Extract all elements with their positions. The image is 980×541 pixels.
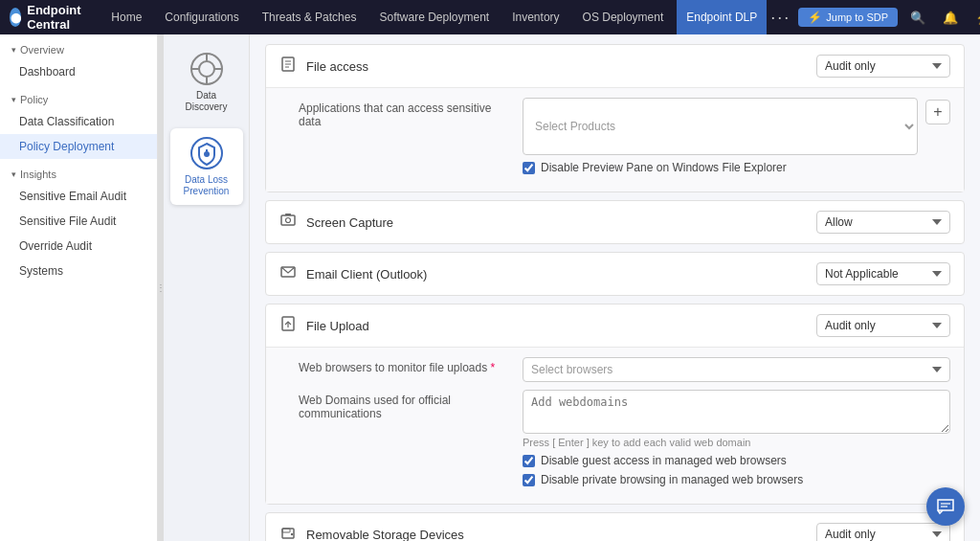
email-client-select[interactable]: Not Applicable Allow Audit only Block xyxy=(816,262,950,285)
web-browsers-row: Web browsers to monitor file uploads * S… xyxy=(299,357,950,382)
disable-guest-checkbox[interactable] xyxy=(523,455,535,467)
file-access-section: File access Audit only Allow Block Appli… xyxy=(265,44,965,192)
file-upload-sub-section: Web browsers to monitor file uploads * S… xyxy=(266,347,964,504)
file-access-header: File access Audit only Allow Block xyxy=(266,45,964,87)
add-application-button[interactable]: + xyxy=(925,100,950,124)
app-name: Endpoint Central xyxy=(27,3,88,32)
sidebar-item-sensitive-email-audit[interactable]: Sensitive Email Audit xyxy=(0,184,157,209)
web-domains-input[interactable] xyxy=(523,390,950,434)
web-domains-hint: Press [ Enter ] key to add each valid we… xyxy=(523,437,950,448)
sidebar-item-policy-deployment[interactable]: Policy Deployment xyxy=(0,134,157,159)
removable-storage-section: Removable Storage Devices Audit only All… xyxy=(265,512,965,541)
disable-preview-label: Disable Preview Pane on Windows File Exp… xyxy=(541,161,787,174)
apps-select-row: Select Products + xyxy=(523,98,950,155)
removable-storage-icon xyxy=(279,524,297,541)
lightning-icon[interactable]: ⚡ xyxy=(970,5,980,30)
top-navigation: ⬤ Endpoint Central Home Configurations T… xyxy=(0,0,980,34)
sidebar-item-systems[interactable]: Systems xyxy=(0,259,157,283)
screen-capture-select[interactable]: Allow Audit only Block xyxy=(816,211,950,234)
removable-storage-title: Removable Storage Devices xyxy=(306,528,807,542)
nav-os-deployment[interactable]: OS Deployment xyxy=(573,0,674,34)
logo-icon: ⬤ xyxy=(10,8,21,27)
applications-row: Applications that can access sensitive d… xyxy=(299,98,950,174)
data-loss-prevention-icon xyxy=(189,136,224,170)
web-browsers-label: Web browsers to monitor file uploads * xyxy=(299,357,509,374)
svg-point-14 xyxy=(286,218,291,223)
module-nav-panel: Data Discovery Data Loss Prevention xyxy=(164,34,250,541)
nav-software-deployment[interactable]: Software Deployment xyxy=(369,0,499,34)
file-upload-select[interactable]: Audit only Allow Block xyxy=(816,314,950,337)
applications-select[interactable]: Select Products xyxy=(523,98,918,155)
file-upload-title: File Upload xyxy=(306,319,807,333)
file-upload-section: File Upload Audit only Allow Block Web b… xyxy=(265,304,965,505)
sidebar-item-sensitive-file-audit[interactable]: Sensitive File Audit xyxy=(0,209,157,234)
notifications-icon[interactable]: 🔔 xyxy=(938,5,963,30)
sidebar-section-insights[interactable]: ▾ Insights xyxy=(0,159,157,184)
topnav-right-actions: ⚡ Jump to SDP 🔍 🔔 ⚡ ⊞ xyxy=(798,5,980,30)
email-client-section: Email Client (Outlook) Not Applicable Al… xyxy=(265,252,965,296)
svg-point-1 xyxy=(199,61,214,77)
jump-to-sdp-button[interactable]: ⚡ Jump to SDP xyxy=(798,8,898,27)
nav-card-data-loss-prevention[interactable]: Data Loss Prevention xyxy=(170,128,243,205)
nav-endpoint-dlp[interactable]: Endpoint DLP xyxy=(677,0,767,34)
disable-private-label: Disable private browsing in managed web … xyxy=(541,473,803,486)
file-upload-header: File Upload Audit only Allow Block xyxy=(266,304,964,347)
screen-capture-icon xyxy=(279,212,297,233)
file-access-select[interactable]: Audit only Allow Block xyxy=(816,55,950,78)
sidebar: ▾ Overview Dashboard ▾ Policy Data Class… xyxy=(0,34,158,541)
file-access-title: File access xyxy=(306,59,807,74)
nav-card-dlp-label: Data Loss Prevention xyxy=(176,174,237,197)
main-content: File access Audit only Allow Block Appli… xyxy=(250,34,980,541)
sidebar-item-dashboard[interactable]: Dashboard xyxy=(0,59,157,84)
disable-guest-label: Disable guest access in managed web brow… xyxy=(541,454,787,467)
screen-capture-header: Screen Capture Allow Audit only Block xyxy=(266,201,964,243)
app-logo: ⬤ Endpoint Central xyxy=(10,3,88,32)
email-client-icon xyxy=(279,263,297,284)
disable-preview-checkbox-row: Disable Preview Pane on Windows File Exp… xyxy=(523,161,950,174)
search-icon[interactable]: 🔍 xyxy=(905,5,930,30)
file-upload-icon xyxy=(279,315,297,336)
removable-storage-header: Removable Storage Devices Audit only All… xyxy=(266,513,964,541)
web-browsers-required: * xyxy=(491,361,496,374)
nav-threats-patches[interactable]: Threats & Patches xyxy=(253,0,367,34)
disable-preview-checkbox[interactable] xyxy=(523,162,535,174)
nav-more[interactable]: ··· xyxy=(770,8,791,28)
applications-label: Applications that can access sensitive d… xyxy=(299,98,509,128)
disable-guest-checkbox-row: Disable guest access in managed web brow… xyxy=(523,454,950,467)
sidebar-item-data-classification[interactable]: Data Classification xyxy=(0,109,157,134)
nav-card-data-discovery[interactable]: Data Discovery xyxy=(170,44,243,121)
sidebar-item-override-audit[interactable]: Override Audit xyxy=(0,234,157,259)
email-client-header: Email Client (Outlook) Not Applicable Al… xyxy=(266,253,964,295)
file-access-sub-section: Applications that can access sensitive d… xyxy=(266,87,964,192)
disable-private-checkbox-row: Disable private browsing in managed web … xyxy=(523,473,950,486)
email-client-title: Email Client (Outlook) xyxy=(306,267,807,282)
sidebar-section-overview[interactable]: ▾ Overview xyxy=(0,34,157,59)
nav-inventory[interactable]: Inventory xyxy=(502,0,568,34)
applications-control: Select Products + Disable Preview Pane o… xyxy=(523,98,950,174)
svg-point-21 xyxy=(291,533,293,535)
web-domains-control: Press [ Enter ] key to add each valid we… xyxy=(523,390,950,486)
nav-home[interactable]: Home xyxy=(101,0,151,34)
file-access-icon xyxy=(279,56,297,77)
screen-capture-section: Screen Capture Allow Audit only Block xyxy=(265,200,965,244)
disable-private-browsing-checkbox[interactable] xyxy=(523,474,535,486)
svg-rect-13 xyxy=(281,215,295,225)
svg-rect-15 xyxy=(285,214,291,215)
nav-configurations[interactable]: Configurations xyxy=(155,0,248,34)
web-browsers-select[interactable]: Select browsers xyxy=(523,357,950,382)
nav-card-data-discovery-label: Data Discovery xyxy=(176,90,237,113)
removable-storage-select[interactable]: Audit only Allow Block xyxy=(816,523,950,541)
web-domains-label: Web Domains used for official communicat… xyxy=(299,390,509,420)
chat-fab-button[interactable] xyxy=(926,487,965,526)
web-browsers-control: Select browsers xyxy=(523,357,950,382)
screen-capture-title: Screen Capture xyxy=(306,215,807,230)
sidebar-section-policy[interactable]: ▾ Policy xyxy=(0,84,157,109)
web-domains-row: Web Domains used for official communicat… xyxy=(299,390,950,486)
data-discovery-icon xyxy=(189,52,224,86)
